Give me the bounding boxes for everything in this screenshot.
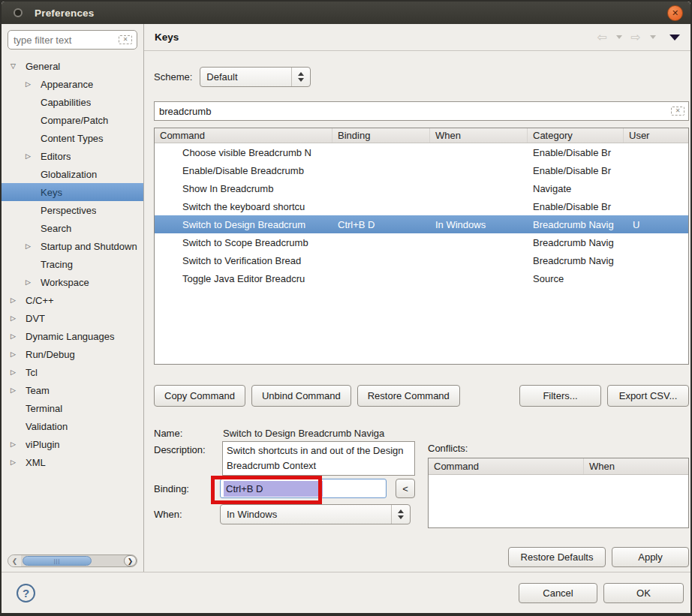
unbind-command-button[interactable]: Unbind Command: [251, 385, 351, 407]
column-header-user[interactable]: User: [624, 128, 688, 143]
scheme-value: Default: [206, 71, 237, 83]
sidebar-item-tcl[interactable]: ▷Tcl: [2, 363, 143, 381]
clear-search-icon[interactable]: ✕: [671, 107, 684, 116]
sidebar-item-label: Appearance: [41, 79, 93, 90]
sidebar-item-xml[interactable]: ▷XML: [2, 453, 143, 471]
sidebar-item-tracing[interactable]: Tracing: [2, 255, 143, 273]
expand-icon[interactable]: ▷: [26, 278, 41, 286]
copy-command-button[interactable]: Copy Command: [154, 385, 245, 407]
cell-category: Enable/Disable Br: [528, 165, 624, 176]
cell-command: Enable/Disable Breadcrumb: [155, 165, 332, 176]
expand-icon[interactable]: ▷: [11, 296, 26, 304]
sidebar-item-appearance[interactable]: ▷Appearance: [2, 75, 143, 93]
expand-icon[interactable]: ▷: [11, 332, 26, 340]
conflicts-column-header-when[interactable]: When: [584, 458, 688, 474]
conflicts-table: CommandWhen: [428, 458, 689, 528]
command-search-input[interactable]: [154, 101, 689, 121]
sidebar-item-dvt[interactable]: ▷DVT: [2, 309, 143, 327]
sidebar-item-perspectives[interactable]: Perspectives: [2, 201, 143, 219]
export-csv-button[interactable]: Export CSV...: [607, 385, 689, 407]
back-history-chevron-icon[interactable]: [616, 35, 622, 39]
table-row-show-in-breadcrumb[interactable]: Show In BreadcrumbNavigate: [155, 179, 688, 197]
sidebar-item-label: Team: [26, 385, 50, 396]
sidebar-item-label: DVT: [26, 313, 45, 324]
expand-icon[interactable]: ▷: [11, 314, 26, 322]
scroll-left-icon[interactable]: ❮: [8, 555, 21, 566]
collapse-icon[interactable]: ▽: [11, 62, 26, 70]
sidebar-item-compare-patch[interactable]: Compare/Patch: [2, 111, 143, 129]
table-row-switch-to-scope-breadcrumb[interactable]: Switch to Scope BreadcrumbBreadcrumb Nav…: [155, 233, 688, 251]
ok-button[interactable]: OK: [603, 583, 684, 603]
sidebar-item-keys[interactable]: Keys: [2, 183, 143, 201]
expand-icon[interactable]: ▷: [26, 242, 41, 250]
scrollbar-thumb[interactable]: |||: [23, 556, 92, 566]
binding-label: Binding:: [154, 483, 189, 494]
sidebar-item-label: Compare/Patch: [41, 115, 108, 126]
scroll-right-icon[interactable]: ❯: [124, 555, 137, 566]
window-menu-icon[interactable]: [14, 8, 23, 17]
when-select[interactable]: In Windows: [220, 504, 411, 524]
sidebar-horizontal-scrollbar[interactable]: ❮ ||| ❯: [8, 554, 137, 567]
sidebar-item-editors[interactable]: ▷Editors: [2, 147, 143, 165]
sidebar-item-run-debug[interactable]: ▷Run/Debug: [2, 345, 143, 363]
scheme-select[interactable]: Default: [200, 67, 311, 87]
table-row-switch-to-verification-bread[interactable]: Switch to Verification BreadBreadcrumb N…: [155, 251, 688, 269]
description-label: Description:: [154, 444, 206, 455]
sidebar-item-terminal[interactable]: Terminal: [2, 399, 143, 417]
close-icon[interactable]: ✕: [667, 5, 683, 21]
expand-icon[interactable]: ▷: [11, 368, 26, 376]
cell-command: Choose visible Breadcrumb N: [155, 147, 332, 158]
column-header-when[interactable]: When: [430, 128, 528, 143]
table-row-enable-disable-breadcrumb[interactable]: Enable/Disable BreadcrumbEnable/Disable …: [155, 161, 688, 179]
conflicts-label: Conflicts:: [428, 443, 468, 454]
sidebar-item-team[interactable]: ▷Team: [2, 381, 143, 399]
filter-box: ✕: [8, 30, 137, 50]
table-row-switch-to-design-breadcrum[interactable]: Switch to Design BreadcrumCtrl+B DIn Win…: [155, 215, 688, 233]
sidebar-item-globalization[interactable]: Globalization: [2, 165, 143, 183]
expand-icon[interactable]: ▷: [11, 350, 26, 358]
sidebar-item-c-c[interactable]: ▷C/C++: [2, 291, 143, 309]
cancel-button[interactable]: Cancel: [519, 583, 597, 603]
back-icon[interactable]: ⇦: [597, 32, 606, 44]
sidebar-item-content-types[interactable]: Content Types: [2, 129, 143, 147]
expand-icon[interactable]: ▷: [26, 80, 41, 88]
forward-history-chevron-icon[interactable]: [650, 35, 656, 39]
cell-command: Switch to Scope Breadcrumb: [155, 237, 332, 248]
table-body: Choose visible Breadcrumb NEnable/Disabl…: [155, 143, 688, 364]
sidebar-item-dynamic-languages[interactable]: ▷Dynamic Languages: [2, 327, 143, 345]
help-icon[interactable]: ?: [17, 584, 35, 602]
view-menu-icon[interactable]: [669, 35, 680, 41]
apply-button[interactable]: Apply: [612, 547, 689, 567]
sidebar-item-capabilities[interactable]: Capabilities: [2, 93, 143, 111]
expand-icon[interactable]: ▷: [11, 458, 26, 466]
key-bindings-table[interactable]: CommandBindingWhenCategoryUser Choose vi…: [154, 128, 689, 365]
preferences-sidebar: ✕ ▽General▷AppearanceCapabilitiesCompare…: [2, 24, 144, 572]
conflicts-column-header-command[interactable]: Command: [429, 458, 584, 474]
spinner-icon: [291, 68, 310, 86]
sidebar-item-search[interactable]: Search: [2, 219, 143, 237]
clear-filter-icon[interactable]: ✕: [119, 35, 132, 44]
column-header-command[interactable]: Command: [155, 128, 332, 143]
sidebar-item-validation[interactable]: Validation: [2, 417, 143, 435]
column-header-category[interactable]: Category: [528, 128, 624, 143]
filters-button[interactable]: Filters...: [519, 385, 601, 407]
cell-category: Breadcrumb Navig: [528, 219, 624, 230]
sidebar-item-startup-and-shutdown[interactable]: ▷Startup and Shutdown: [2, 237, 143, 255]
expand-icon[interactable]: ▷: [11, 440, 26, 448]
sidebar-item-viplugin[interactable]: ▷viPlugin: [2, 435, 143, 453]
sidebar-item-workspace[interactable]: ▷Workspace: [2, 273, 143, 291]
table-row-toggle-java-editor-breadcru[interactable]: Toggle Java Editor BreadcruSource: [155, 269, 688, 287]
expand-icon[interactable]: ▷: [26, 152, 41, 160]
binding-input[interactable]: Ctrl+B D: [220, 479, 387, 498]
forward-icon[interactable]: ⇨: [631, 32, 641, 44]
column-header-binding[interactable]: Binding: [332, 128, 430, 143]
sidebar-item-label: Tracing: [41, 259, 73, 270]
expand-icon[interactable]: ▷: [11, 386, 26, 394]
sidebar-item-label: viPlugin: [26, 439, 60, 450]
key-capture-button[interactable]: <: [396, 479, 415, 498]
sidebar-item-general[interactable]: ▽General: [2, 57, 143, 75]
table-row-choose-visible-breadcrumb-n[interactable]: Choose visible Breadcrumb NEnable/Disabl…: [155, 143, 688, 161]
restore-command-button[interactable]: Restore Command: [357, 385, 460, 407]
restore-defaults-button[interactable]: Restore Defaults: [508, 547, 606, 567]
table-row-switch-the-keyboard-shortcu[interactable]: Switch the keyboard shortcuEnable/Disabl…: [155, 197, 688, 215]
